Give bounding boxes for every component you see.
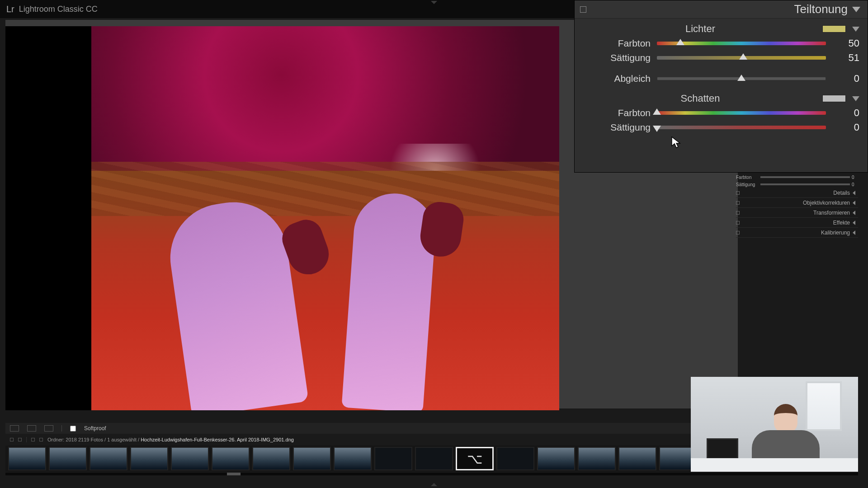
highlights-sat-label: Sättigung — [583, 52, 651, 63]
filmstrip-thumb[interactable] — [49, 447, 87, 470]
folder-key: Ordner: — [47, 437, 64, 442]
highlights-hue-value[interactable]: 50 — [832, 38, 859, 49]
view-mode-single-icon[interactable] — [10, 425, 19, 432]
balance-slider[interactable] — [657, 77, 826, 80]
selected-count: 1 ausgewählt / — [107, 437, 139, 442]
filmstrip-thumb[interactable] — [212, 447, 250, 470]
filmstrip-thumb[interactable]: ⌥ — [456, 447, 494, 470]
highlights-sat-value[interactable]: 51 — [832, 52, 859, 64]
collapsed-panel-objektivkorrekturen[interactable]: Objektivkorrekturen — [736, 198, 858, 208]
breadcrumb: Ordner: 2018 2119 Fotos / 1 ausgewählt /… — [47, 437, 294, 442]
shadows-sat-label: Sättigung — [583, 122, 651, 133]
mini-sat-label: Sättigung — [736, 182, 759, 187]
highlights-heading: Lichter — [583, 23, 818, 35]
chevron-down-icon[interactable] — [852, 96, 859, 101]
filmstrip-thumb[interactable] — [130, 447, 168, 470]
slider-thumb-icon[interactable] — [676, 39, 684, 45]
shadows-sat-slider[interactable] — [657, 126, 826, 129]
mini-sat-slider[interactable] — [760, 183, 850, 185]
softproof-checkbox[interactable] — [70, 426, 76, 432]
mini-hue-slider[interactable] — [760, 176, 850, 178]
panel-header[interactable]: Teiltonung — [575, 0, 868, 19]
view-mode-survey-icon[interactable] — [44, 425, 53, 432]
filmstrip-thumb[interactable] — [334, 447, 372, 470]
shadows-sat-value[interactable]: 0 — [832, 122, 859, 133]
filmstrip-thumb[interactable] — [374, 447, 412, 470]
filmstrip-thumb[interactable] — [171, 447, 209, 470]
shadows-hue-value[interactable]: 0 — [832, 107, 859, 119]
nav-next-icon[interactable] — [39, 438, 43, 441]
panel-toggle-icon[interactable] — [580, 6, 586, 13]
chevron-down-icon[interactable] — [852, 7, 860, 12]
slider-thumb-icon[interactable] — [737, 75, 745, 81]
collapsed-panel-kalibrierung[interactable]: Kalibrierung — [736, 228, 858, 238]
mini-hue-label: Farbton — [736, 175, 759, 180]
filmstrip-thumb[interactable] — [496, 447, 534, 470]
grid-icon[interactable] — [10, 438, 14, 441]
secondary-display-icon[interactable] — [18, 438, 22, 441]
balance-value[interactable]: 0 — [832, 73, 859, 84]
filmstrip-thumb[interactable] — [90, 447, 127, 470]
highlights-sat-slider[interactable] — [657, 56, 826, 60]
develop-panel-list: Farbton 0 Sättigung 0 DetailsObjektivkor… — [736, 174, 858, 238]
filmstrip-thumb[interactable] — [578, 447, 616, 470]
collapse-top-icon[interactable] — [431, 1, 437, 4]
highlights-hue-label: Farbton — [583, 38, 651, 49]
app-logo: Lr Lightroom Classic CC — [6, 4, 98, 14]
filmstrip-thumb[interactable] — [252, 447, 290, 470]
folder-name[interactable]: 2018 — [66, 437, 76, 442]
edited-photo — [5, 26, 559, 410]
filmstrip-thumb[interactable] — [537, 447, 575, 470]
slider-thumb-icon[interactable] — [653, 108, 661, 115]
scrollbar-handle[interactable] — [227, 473, 241, 475]
nav-prev-icon[interactable] — [31, 438, 35, 441]
collapsed-panel-details[interactable]: Details — [736, 188, 858, 198]
view-mode-compare-icon[interactable] — [27, 425, 36, 432]
slider-thumb-icon[interactable] — [653, 126, 661, 132]
shadows-hue-slider[interactable] — [657, 111, 826, 115]
photo-viewport[interactable] — [5, 20, 566, 408]
shadows-swatch[interactable] — [822, 95, 846, 102]
collapsed-panel-effekte[interactable]: Effekte — [736, 218, 858, 228]
mini-sat-value[interactable]: 0 — [852, 182, 858, 187]
panel-title: Teiltonung — [794, 2, 848, 16]
collapsed-panel-transformieren[interactable]: Transformieren — [736, 208, 858, 218]
collapse-bottom-icon[interactable] — [431, 483, 437, 486]
highlights-swatch[interactable] — [822, 25, 846, 33]
photo-count: 2119 Fotos / — [78, 437, 106, 442]
filmstrip-thumb[interactable] — [618, 447, 656, 470]
filmstrip-thumb[interactable] — [8, 447, 46, 470]
webcam-overlay — [691, 377, 858, 472]
slider-thumb-icon[interactable] — [739, 53, 747, 60]
file-name: Hochzeit-Ludwigshafen-Full-Benkesser-26.… — [141, 437, 294, 442]
softproof-label: Softproof — [84, 425, 106, 432]
mini-hue-value[interactable]: 0 — [852, 175, 858, 180]
filmstrip-scrollbar[interactable] — [5, 473, 858, 475]
highlights-hue-slider[interactable] — [657, 42, 826, 45]
app-name: Lightroom Classic CC — [19, 5, 98, 14]
cursor-icon — [671, 136, 681, 149]
filmstrip-thumb[interactable] — [415, 447, 453, 470]
chevron-down-icon[interactable] — [852, 27, 859, 32]
filmstrip-thumb[interactable] — [293, 447, 331, 470]
shadows-hue-label: Farbton — [583, 108, 651, 118]
shadows-heading: Schatten — [583, 93, 818, 104]
balance-label: Abgleich — [583, 73, 651, 84]
logo-mark: Lr — [6, 4, 14, 14]
split-toning-panel: Teiltonung Lichter Farbton 50 Sättigung — [574, 0, 868, 173]
